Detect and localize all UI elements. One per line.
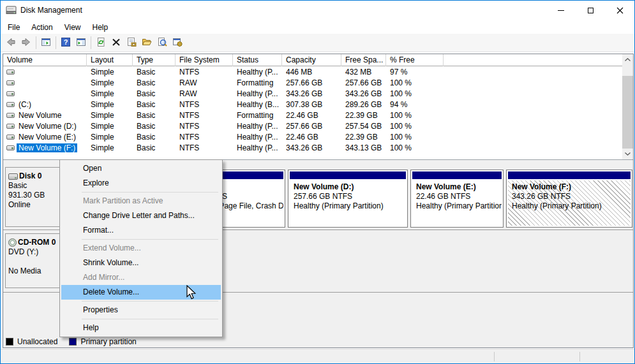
context-menu-item-format[interactable]: Format... — [61, 223, 221, 238]
toolbar-help-button[interactable]: ? — [58, 35, 73, 50]
toolbar-console-window-button[interactable] — [73, 35, 89, 50]
cell-status: Formatting — [237, 78, 282, 89]
cell-type: Basic — [137, 121, 176, 132]
context-menu-item-help[interactable]: Help — [61, 321, 221, 335]
volume-name — [17, 89, 20, 98]
scroll-up-button[interactable] — [622, 54, 633, 65]
volume-cell: New Volume (E:) — [3, 132, 87, 143]
show-console-tree-icon — [41, 37, 51, 49]
cell-file_system: NTFS — [179, 99, 233, 110]
open-folder-icon — [142, 37, 152, 49]
partition-block[interactable]: New Volume (F:)343.26 GB NTFSHealthy (Pr… — [506, 170, 632, 228]
volume-list-pane: VolumeLayoutTypeFile SystemStatusCapacit… — [3, 54, 633, 160]
volume-icon — [6, 80, 15, 85]
volume-icon — [6, 135, 15, 140]
toolbar-manage-button[interactable] — [170, 35, 185, 50]
disk-name: CD-ROM 0 — [18, 238, 56, 247]
cell-file_system: NTFS — [179, 67, 233, 78]
disk-label-cd-rom-0[interactable]: CD-ROM 0DVD (Y:) No Media — [5, 233, 61, 288]
column-header-status[interactable]: Status — [233, 54, 282, 66]
toolbar-show-console-tree-button[interactable] — [38, 35, 54, 50]
volume-row[interactable]: New VolumeSimpleBasicNTFSFormatting22.46… — [3, 110, 622, 121]
volume-row[interactable]: SimpleBasicRAWFormatting257.66 GB257.66 … — [3, 78, 622, 89]
cell-layout: Simple — [91, 99, 133, 110]
minimize-button[interactable] — [546, 1, 576, 20]
volume-icon — [6, 124, 15, 129]
partition-size: 343.26 GB NTFS — [512, 192, 631, 201]
cell-file_system: NTFS — [179, 121, 233, 132]
status-bar-divider — [494, 352, 495, 361]
maximize-button[interactable] — [576, 1, 605, 20]
scrollbar-thumb[interactable] — [622, 76, 633, 149]
context-menu-item-change-drive-letter-and-paths[interactable]: Change Drive Letter and Paths... — [61, 208, 221, 223]
cell-pct_free: 97 % — [390, 67, 444, 78]
context-menu-item-shrink-volume[interactable]: Shrink Volume... — [61, 256, 221, 270]
legend-label: Unallocated — [17, 337, 57, 346]
toolbar-back-button[interactable] — [3, 35, 19, 50]
status-bar-divider — [579, 352, 580, 361]
toolbar-refresh-button[interactable] — [93, 35, 108, 50]
cell-layout: Simple — [91, 89, 133, 99]
volume-row[interactable]: New Volume (E:)SimpleBasicNTFSHealthy (P… — [3, 132, 622, 143]
cell-layout: Simple — [91, 78, 133, 89]
menu-view[interactable]: View — [59, 21, 87, 34]
context-menu-item-add-mirror[interactable]: Add Mirror... — [61, 270, 221, 285]
toolbar-forward-button[interactable] — [19, 35, 34, 50]
status-bar — [1, 349, 634, 363]
vertical-scrollbar[interactable] — [622, 54, 633, 159]
column-header-pct_free[interactable]: % Free — [386, 54, 444, 66]
column-header-volume[interactable]: Volume — [3, 54, 87, 66]
cell-status: Healthy (B... — [237, 99, 282, 110]
partition-info: New Volume (F:)343.26 GB NTFSHealthy (Pr… — [508, 180, 631, 226]
cell-file_system: NTFS — [179, 110, 233, 121]
toolbar-delete-button[interactable] — [108, 35, 124, 50]
chevron-down-icon — [625, 152, 631, 156]
disk-state: No Media — [8, 266, 58, 276]
toolbar-find-button[interactable] — [154, 35, 170, 50]
disk-label-disk-0[interactable]: Disk 0Basic931.30 GBOnline — [5, 167, 61, 227]
partition-size: 22.46 GB NTFS — [416, 192, 502, 201]
primary-partition-bar — [290, 171, 406, 179]
toolbar-properties-button[interactable] — [124, 35, 139, 50]
column-header-layout[interactable]: Layout — [87, 54, 133, 66]
column-header-file_system[interactable]: File System — [176, 54, 233, 66]
disk-icon — [8, 173, 18, 180]
column-header-type[interactable]: Type — [133, 54, 176, 66]
partition-name: New Volume (E:) — [416, 182, 502, 192]
volume-row[interactable]: SimpleBasicNTFSHealthy (P...446 MB432 MB… — [3, 67, 622, 78]
properties-icon — [126, 37, 137, 49]
context-menu-item-explore[interactable]: Explore — [61, 176, 221, 191]
menu-action[interactable]: Action — [26, 21, 58, 34]
volume-row[interactable]: (C:)SimpleBasicNTFSHealthy (B...307.38 G… — [3, 99, 622, 110]
volume-row[interactable]: New Volume (F:)SimpleBasicNTFSHealthy (P… — [3, 143, 622, 154]
cell-file_system: RAW — [179, 89, 233, 99]
cell-free_space: 432 MB — [345, 67, 386, 78]
volume-row[interactable]: New Volume (D:)SimpleBasicNTFSHealthy (P… — [3, 121, 622, 132]
volume-cell: (C:) — [3, 99, 87, 110]
toolbar-open-folder-button[interactable] — [139, 35, 154, 50]
legend-item: Primary partition — [69, 337, 136, 346]
volume-icon — [6, 102, 15, 107]
context-menu-item-mark-partition-as-active[interactable]: Mark Partition as Active — [61, 194, 221, 208]
partition-status: Healthy (Primary Partition) — [512, 201, 631, 211]
cell-capacity: 22.46 GB — [286, 110, 341, 121]
menu-help[interactable]: Help — [87, 21, 114, 34]
context-menu-item-properties[interactable]: Properties — [61, 303, 221, 317]
volume-cell: New Volume (D:) — [3, 121, 87, 132]
legend-swatch — [6, 338, 13, 346]
volume-row[interactable]: SimpleBasicRAWHealthy (P...343.26 GB343.… — [3, 89, 622, 99]
scroll-down-button[interactable] — [622, 149, 633, 159]
context-menu-separator — [82, 239, 218, 240]
partition-block[interactable]: New Volume (E:)22.46 GB NTFSHealthy (Pri… — [410, 170, 504, 228]
volume-cell: New Volume — [3, 110, 87, 121]
column-header-capacity[interactable]: Capacity — [282, 54, 341, 66]
context-menu-item-open[interactable]: Open — [61, 161, 221, 176]
menu-file[interactable]: File — [2, 21, 26, 34]
partition-block[interactable]: New Volume (D:)257.66 GB NTFSHealthy (Pr… — [288, 170, 408, 228]
context-menu-item-delete-volume[interactable]: Delete Volume... — [61, 285, 221, 300]
close-button[interactable] — [605, 1, 634, 20]
cell-status: Healthy (P... — [237, 67, 282, 78]
cell-pct_free: 100 % — [390, 132, 444, 143]
column-header-free_space[interactable]: Free Spa... — [341, 54, 386, 66]
context-menu-item-extend-volume[interactable]: Extend Volume... — [61, 241, 221, 256]
